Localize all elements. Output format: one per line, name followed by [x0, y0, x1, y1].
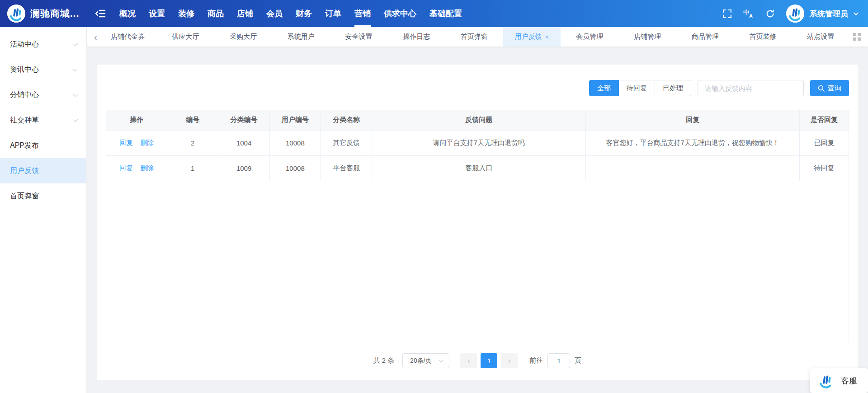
tab-label: 用户反馈 — [515, 33, 542, 41]
tab-close-icon[interactable]: × — [545, 33, 549, 41]
col-header: 分类名称 — [321, 110, 372, 130]
app-title: 澜驰商城... — [30, 7, 80, 20]
tab-item[interactable]: 操作日志 — [387, 27, 445, 47]
sidebar-item[interactable]: APP发布 — [0, 133, 86, 158]
brand-logo-icon — [7, 5, 25, 23]
sidebar-item-label: 资讯中心 — [10, 65, 39, 75]
tab-user-feedback-active[interactable]: 用户反馈 × — [503, 27, 561, 47]
chevron-down-icon — [73, 92, 78, 97]
tab-item[interactable]: 店铺管理 — [618, 27, 676, 47]
cell-status: 待回复 — [800, 155, 849, 181]
app-logo[interactable]: 澜驰商城... — [0, 5, 87, 23]
customer-service-logo-icon — [817, 372, 835, 390]
page-size-value: 20条/页 — [410, 357, 431, 365]
cell-reply — [586, 155, 800, 181]
feedback-search-input[interactable] — [698, 80, 804, 96]
filter-all-button[interactable]: 全部 — [589, 80, 619, 96]
next-page-button[interactable]: › — [501, 353, 518, 368]
fullscreen-icon[interactable] — [723, 9, 731, 18]
reply-link[interactable]: 回复 — [119, 139, 133, 146]
search-button-label: 查询 — [828, 84, 841, 93]
cell-reply: 客官您好，平台商品支持7天无理由退货，祝您购物愉快！ — [586, 130, 800, 155]
top-navigation: 概况 设置 装修 商品 店铺 会员 财务 订单 营销 供求中心 基础配置 — [119, 0, 462, 27]
prev-page-button[interactable]: ‹ — [460, 353, 477, 368]
refresh-icon[interactable] — [766, 9, 774, 18]
tab-item[interactable]: 系统用户 — [272, 27, 330, 47]
topnav-item-marketing-active[interactable]: 营销 — [354, 0, 371, 27]
chevron-down-icon — [73, 41, 78, 46]
sidebar-item-label: 社交种草 — [10, 116, 39, 125]
sidebar-item[interactable]: 首页弹窗 — [0, 183, 86, 209]
sidebar-item[interactable]: 资讯中心 — [0, 57, 86, 82]
sidebar-item-label: 分销中心 — [10, 90, 39, 100]
sidebar-item[interactable]: 活动中心 — [0, 32, 86, 57]
language-translate-icon[interactable]: 中 A — [743, 9, 754, 18]
user-name: 系统管理员 — [810, 9, 848, 19]
col-header: 操作 — [106, 110, 167, 130]
cell-category-name: 其它反馈 — [321, 130, 372, 155]
cell-user-id: 10008 — [269, 155, 321, 181]
sidebar-item[interactable]: 社交种草 — [0, 108, 86, 133]
reply-link[interactable]: 回复 — [119, 164, 133, 172]
topnav-item[interactable]: 装修 — [178, 0, 194, 27]
chevron-down-icon — [73, 117, 78, 122]
tab-item[interactable]: 会员管理 — [561, 27, 618, 47]
goto-label: 前往 — [529, 356, 543, 365]
goto-page-group: 前往 页 — [529, 353, 581, 368]
topnav-item[interactable]: 基础配置 — [429, 0, 462, 27]
tab-item[interactable]: 安全设置 — [330, 27, 388, 47]
search-button[interactable]: 查询 — [810, 80, 849, 96]
user-menu[interactable]: 系统管理员 — [786, 5, 857, 23]
tab-item[interactable]: 站点设置 — [792, 27, 849, 47]
tab-item[interactable]: 首页弹窗 — [445, 27, 503, 47]
cell-category-id: 1004 — [218, 130, 269, 155]
customer-service-widget[interactable]: 客服 — [810, 368, 868, 393]
status-filter-group: 全部 待回复 已处理 — [589, 80, 691, 96]
topnav-item[interactable]: 商品 — [208, 0, 224, 27]
chevron-down-icon — [439, 358, 443, 362]
topnav-item[interactable]: 供求中心 — [384, 0, 416, 27]
col-header: 用户编号 — [269, 110, 321, 130]
customer-service-label: 客服 — [841, 375, 857, 386]
topnav-item[interactable]: 设置 — [149, 0, 165, 27]
sidebar-item-user-feedback-active[interactable]: 用户反馈 — [0, 158, 86, 183]
cell-user-id: 10008 — [269, 130, 321, 155]
sidebar-item[interactable]: 分销中心 — [0, 82, 86, 108]
feedback-panel: 全部 待回复 已处理 查询 — [97, 65, 858, 380]
sidebar-item-label: 用户反馈 — [10, 166, 39, 176]
topnav-item[interactable]: 会员 — [266, 0, 283, 27]
tab-item[interactable]: 店铺代金券 — [99, 27, 157, 47]
open-tabs-bar: ‹ 店铺代金券 供应大厅 采购大厅 系统用户 安全设置 操作日志 首页弹窗 用户… — [87, 27, 868, 47]
filter-toolbar: 全部 待回复 已处理 查询 — [106, 80, 849, 96]
tabs-scroll-left-icon[interactable]: ‹ — [94, 33, 97, 42]
svg-text:A: A — [749, 13, 753, 18]
topnav-item[interactable]: 财务 — [296, 0, 312, 27]
page-number-1-active[interactable]: 1 — [481, 353, 497, 368]
tab-item[interactable]: 采购大厅 — [214, 27, 272, 47]
user-avatar — [786, 5, 804, 23]
topnav-item[interactable]: 概况 — [119, 0, 136, 27]
tabs-menu-grid-icon[interactable] — [853, 33, 861, 41]
cell-number: 1 — [167, 155, 218, 181]
search-icon — [818, 85, 825, 92]
tab-item[interactable]: 商品管理 — [676, 27, 734, 47]
main-column: ‹ 店铺代金券 供应大厅 采购大厅 系统用户 安全设置 操作日志 首页弹窗 用户… — [87, 27, 868, 393]
goto-suffix-label: 页 — [575, 356, 581, 365]
filter-pending-button[interactable]: 待回复 — [619, 80, 655, 96]
sidebar-collapse-icon[interactable] — [95, 9, 106, 19]
page-size-select[interactable]: 20条/页 — [402, 353, 449, 368]
topnav-item[interactable]: 店铺 — [237, 0, 253, 27]
feedback-table: 操作 编号 分类编号 用户编号 分类名称 反馈问题 回复 是否回复 — [106, 110, 849, 343]
tab-item[interactable]: 首页装修 — [734, 27, 792, 47]
topbar: 澜驰商城... 概况 设置 装修 商品 店铺 会员 财务 订单 营销 供求中心 … — [0, 0, 868, 27]
cell-number: 2 — [167, 130, 218, 155]
pagination: 共 2 条 20条/页 ‹ 1 › 前往 页 — [106, 353, 849, 368]
goto-page-input[interactable] — [547, 353, 570, 368]
row-actions: 回复 删除 — [106, 130, 167, 155]
tabs-list: 店铺代金券 供应大厅 采购大厅 系统用户 安全设置 操作日志 首页弹窗 用户反馈… — [99, 27, 849, 47]
filter-processed-button[interactable]: 已处理 — [655, 80, 691, 96]
delete-link[interactable]: 删除 — [140, 164, 154, 172]
tab-item[interactable]: 供应大厅 — [156, 27, 214, 47]
topnav-item[interactable]: 订单 — [325, 0, 341, 27]
delete-link[interactable]: 删除 — [140, 139, 154, 146]
